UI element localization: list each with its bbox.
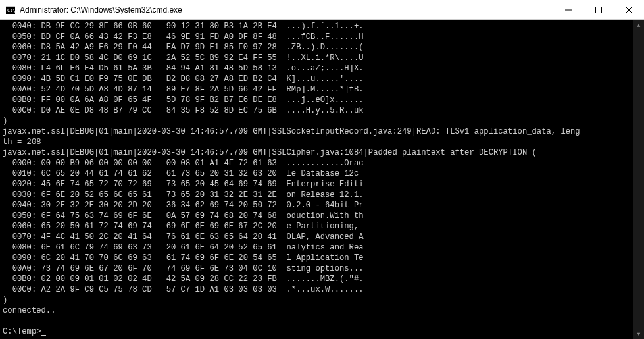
maximize-button[interactable]	[583, 0, 614, 19]
cursor	[41, 335, 46, 336]
scroll-down-icon[interactable]: ▼	[633, 328, 644, 339]
close-button[interactable]	[614, 0, 644, 19]
minimize-button[interactable]	[553, 0, 583, 19]
window-controls	[553, 0, 644, 19]
vertical-scrollbar[interactable]: ▲ ▼	[633, 20, 644, 339]
window-titlebar: C:\ Administrator: C:\Windows\System32\c…	[0, 0, 644, 20]
cmd-icon: C:\	[5, 5, 16, 15]
scroll-up-icon[interactable]: ▲	[633, 20, 644, 30]
prompt: C:\Temp>	[3, 327, 41, 336]
svg-text:C:\: C:\	[7, 8, 15, 13]
terminal-output[interactable]: 0040: DB 9E CC 29 8F 66 0B 60 90 12 31 8…	[0, 20, 644, 339]
window-title: Administrator: C:\Windows\System32\cmd.e…	[20, 5, 553, 14]
svg-rect-1	[6, 6, 15, 7]
svg-rect-4	[596, 7, 602, 13]
